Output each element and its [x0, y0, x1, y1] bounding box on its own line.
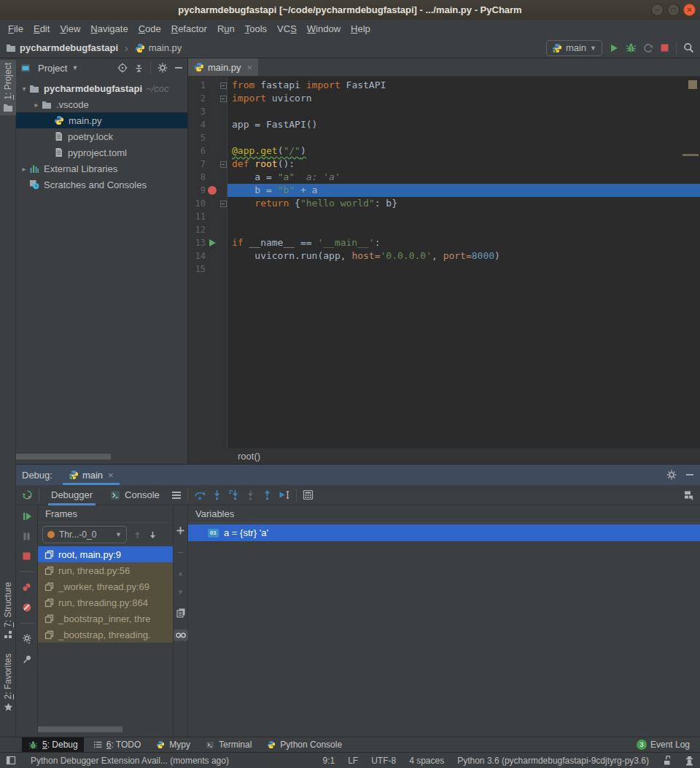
stripe-project-button[interactable]: 1: Project [0, 60, 16, 115]
frame-row-bootstrap-inner-thre[interactable]: _bootstrap_inner, thre [38, 610, 173, 627]
frames-horizontal-scrollbar[interactable] [38, 726, 122, 732]
debug-settings-gear-button[interactable] [22, 634, 32, 644]
menu-help[interactable]: Help [346, 21, 376, 36]
run-gutter-icon[interactable] [206, 239, 219, 247]
highlighting-level-icon[interactable] [685, 756, 694, 766]
code-line-11[interactable]: 11 [188, 210, 700, 223]
pause-program-button[interactable] [22, 532, 31, 541]
tree-item-scratches-and-consoles[interactable]: Scratches and Consoles [16, 177, 187, 193]
frame-row-run-threading-py-864[interactable]: run, threading.py:864 [38, 594, 173, 610]
run-to-cursor-button[interactable] [279, 489, 290, 500]
remove-watch-button[interactable]: − [178, 547, 184, 558]
editor-breadcrumb-item[interactable]: root() [238, 451, 260, 462]
breakpoint-icon[interactable] [206, 186, 219, 195]
menu-view[interactable]: View [55, 21, 85, 36]
view-breakpoints-button[interactable] [21, 582, 32, 592]
step-out-button[interactable] [262, 489, 273, 500]
frame-row-worker-thread-py-69[interactable]: _worker, thread.py:69 [38, 578, 173, 594]
mute-breakpoints-button[interactable] [22, 602, 32, 613]
code-line-7[interactable]: 7−def root(): [188, 158, 700, 171]
line-separator[interactable]: LF [348, 756, 358, 766]
duplicate-watch-button[interactable] [176, 608, 186, 618]
previous-frame-button[interactable] [133, 530, 142, 540]
thread-selector[interactable]: Thr...-0_0 ▼ [42, 526, 127, 543]
close-button[interactable]: ✕ [683, 4, 696, 16]
tool-window-toggle-icon[interactable] [6, 756, 16, 765]
toolwindow-6-todo[interactable]: 6: TODO [87, 737, 147, 753]
menu-vcs[interactable]: VCS [272, 21, 302, 36]
fold-marker-icon[interactable]: − [219, 201, 228, 207]
fold-marker-icon[interactable]: − [219, 82, 228, 89]
stripe-favorites-button[interactable]: 2: Favorites [0, 651, 16, 715]
step-into-button[interactable] [211, 489, 222, 500]
tree-item-external-libraries[interactable]: ▸External Libraries [16, 160, 187, 177]
hide-panel-button[interactable] [174, 63, 183, 72]
pin-tab-button[interactable] [22, 654, 32, 664]
stop-button[interactable] [660, 43, 669, 53]
debug-settings-gear-button[interactable] [666, 470, 677, 480]
code-line-4[interactable]: 4app = FastAPI() [188, 118, 700, 131]
menu-edit[interactable]: Edit [28, 21, 55, 36]
close-session-icon[interactable]: × [108, 470, 114, 481]
indent-style[interactable]: 4 spaces [409, 756, 444, 766]
fold-marker-icon[interactable]: − [219, 161, 228, 168]
evaluate-expression-button[interactable] [303, 489, 314, 500]
menu-navigate[interactable]: Navigate [85, 21, 133, 36]
menu-code[interactable]: Code [133, 21, 166, 36]
menu-file[interactable]: File [3, 21, 28, 36]
move-up-button[interactable]: ▲ [177, 570, 184, 577]
debug-session-tab[interactable]: main × [63, 465, 120, 485]
run-button[interactable] [609, 43, 619, 53]
toolwindow-python-console[interactable]: Python Console [260, 737, 348, 753]
fold-marker-icon[interactable]: − [219, 96, 228, 102]
tree-item-poetry-lock[interactable]: poetry.lock [16, 128, 187, 144]
locate-file-button[interactable] [117, 63, 128, 73]
step-over-button[interactable] [194, 489, 206, 500]
file-encoding[interactable]: UTF-8 [371, 756, 396, 766]
tree-item-main-py[interactable]: main.py [16, 112, 187, 128]
layout-options-icon[interactable] [171, 491, 182, 500]
frame-row-root-main-py-9[interactable]: root, main.py:9 [38, 546, 173, 562]
status-message[interactable]: Python Debugger Extension Avail... (mome… [31, 756, 229, 766]
menu-tools[interactable]: Tools [240, 21, 272, 36]
tab-console[interactable]: Console [104, 485, 166, 505]
toolwindow-event-log[interactable]: 3Event Log [631, 737, 696, 753]
move-down-button[interactable]: ▼ [177, 589, 184, 596]
rerun-button[interactable] [22, 489, 33, 500]
search-everywhere-button[interactable] [683, 42, 694, 53]
close-tab-icon[interactable]: × [247, 62, 253, 73]
tree-expanded-arrow-icon[interactable]: ▾ [19, 85, 29, 93]
collapse-all-button[interactable] [134, 63, 144, 73]
frame-row-run-thread-py-56[interactable]: run, thread.py:56 [38, 562, 173, 578]
unlock-icon[interactable] [662, 756, 672, 766]
code-line-2[interactable]: 2−import uvicorn [188, 92, 700, 105]
restore-layout-button[interactable] [683, 489, 694, 500]
maximize-button[interactable]: □ [667, 4, 680, 16]
code-line-10[interactable]: 10− return {"hello world": b} [188, 197, 700, 210]
python-interpreter[interactable]: Python 3.6 (pycharmdebugfastapi-9cdjtyrg… [457, 756, 649, 766]
menu-window[interactable]: Window [302, 21, 346, 36]
tree-item-pyproject-toml[interactable]: pyproject.toml [16, 144, 187, 160]
error-stripe-mark[interactable] [682, 154, 699, 156]
frame-row-bootstrap-threading[interactable]: _bootstrap, threading. [38, 627, 173, 643]
force-step-into-button[interactable] [245, 489, 256, 500]
stop-process-button[interactable] [22, 551, 31, 561]
coverage-button[interactable] [643, 43, 653, 53]
project-settings-gear-button[interactable] [158, 63, 168, 73]
breadcrumb-file[interactable]: main.py [149, 42, 182, 53]
breadcrumb-project[interactable]: pycharmdebugfastapi [20, 42, 118, 53]
code-line-14[interactable]: 14 uvicorn.run(app, host='0.0.0.0', port… [188, 249, 700, 263]
minimize-button[interactable]: − [651, 4, 664, 16]
hide-debug-panel-button[interactable] [685, 470, 694, 479]
code-area[interactable]: 1−from fastapi import FastAPI2−import uv… [188, 77, 700, 448]
code-line-1[interactable]: 1−from fastapi import FastAPI [188, 79, 700, 92]
chevron-down-icon[interactable]: ▼ [71, 64, 78, 71]
code-line-12[interactable]: 12 [188, 223, 700, 236]
tab-debugger[interactable]: Debugger [45, 485, 98, 505]
code-line-8[interactable]: 8 a = "a" a: 'a' [188, 171, 700, 184]
caret-position[interactable]: 9:1 [322, 756, 335, 766]
code-line-15[interactable]: 15 [188, 263, 700, 276]
menu-run[interactable]: Run [212, 21, 240, 36]
editor-tab-mainpy[interactable]: main.py × [188, 58, 258, 76]
project-panel-title[interactable]: Project [38, 63, 67, 74]
